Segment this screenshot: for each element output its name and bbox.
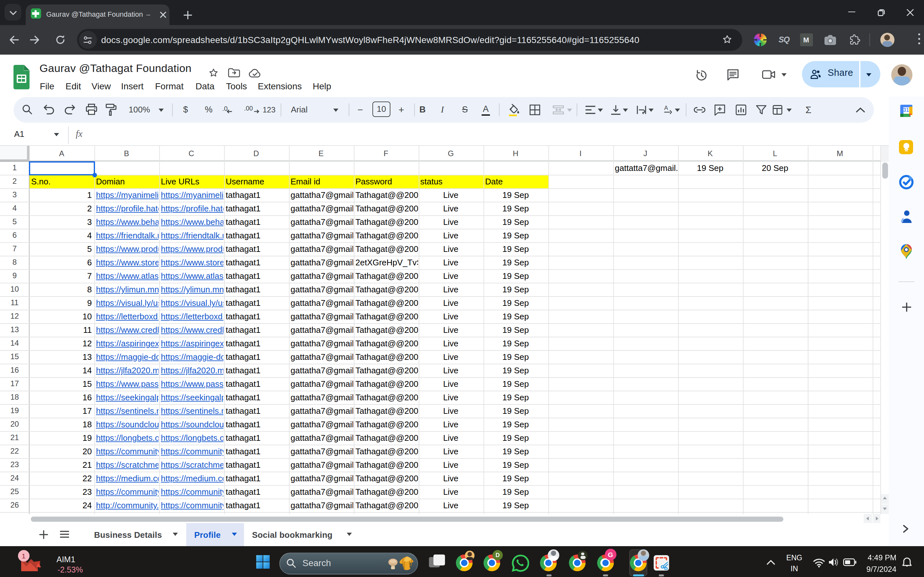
svg-text:A: A	[664, 105, 668, 111]
svg-text:.00: .00	[244, 105, 253, 112]
svg-text:.0: .0	[222, 105, 228, 112]
